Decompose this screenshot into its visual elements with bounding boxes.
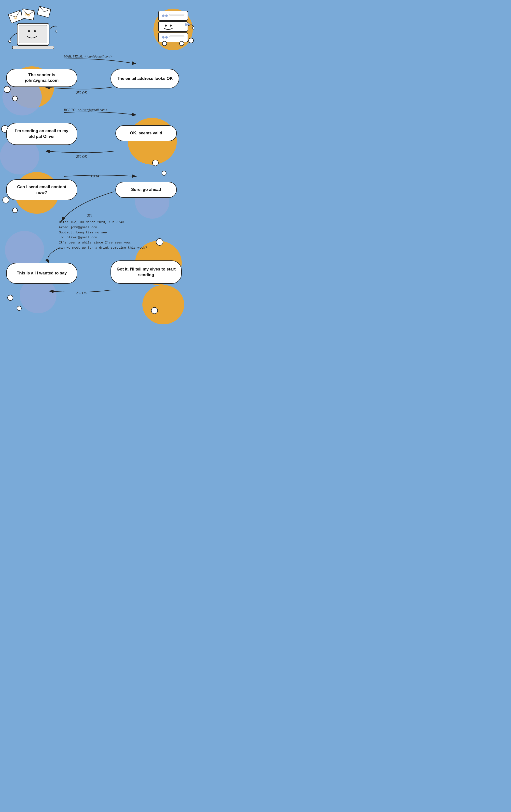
svg-point-27 xyxy=(192,27,194,29)
svg-rect-26 xyxy=(170,36,184,37)
message-box-msg6: Sure, go ahead xyxy=(115,182,177,198)
decorative-circle xyxy=(151,307,158,314)
message-box-msg8: Got it, I'll tell my elves to start send… xyxy=(111,260,182,284)
svg-point-21 xyxy=(185,23,187,26)
arrow-label-al5: DATA xyxy=(91,174,99,178)
decorative-blob xyxy=(143,285,184,324)
svg-rect-10 xyxy=(12,46,54,49)
svg-point-28 xyxy=(162,41,167,46)
svg-point-20 xyxy=(170,25,172,27)
message-box-msg7: This is all I wanted to say xyxy=(6,263,77,284)
svg-point-16 xyxy=(165,14,168,17)
arrow-label-al1: MAIL FROM: <john@gmail.com> xyxy=(64,55,113,58)
email-line: Subject: Long time no see xyxy=(59,230,147,235)
server-character xyxy=(152,6,194,53)
decorative-circle xyxy=(12,96,18,101)
arrow-label-al6: 354 xyxy=(87,214,92,218)
email-block: Date: Tue, 30 March 2023, 19:35:43From: … xyxy=(59,220,147,256)
email-line: . xyxy=(59,251,147,256)
svg-rect-6 xyxy=(19,25,47,43)
arrow-label-al7: 250 OK xyxy=(76,291,87,295)
svg-rect-9 xyxy=(19,44,47,45)
message-box-msg1: The sender is john@gmail.com xyxy=(6,69,77,87)
message-box-msg5: Can I send email content now? xyxy=(6,179,77,200)
svg-point-11 xyxy=(56,30,57,33)
email-line: From: john@gmail.com xyxy=(59,225,147,230)
svg-point-8 xyxy=(34,30,36,32)
svg-point-12 xyxy=(8,40,11,42)
decorative-blob xyxy=(128,118,177,165)
email-line: To: oliver@gmail.com xyxy=(59,235,147,240)
page: @ ⚙@ xyxy=(0,0,204,324)
message-box-msg4: OK, seems valid xyxy=(115,125,177,141)
decorative-circle xyxy=(152,160,159,166)
svg-rect-17 xyxy=(170,14,184,16)
decorative-circle xyxy=(161,171,167,176)
svg-point-29 xyxy=(180,41,184,46)
email-line: Date: Tue, 30 March 2023, 19:35:43 xyxy=(59,220,147,225)
decorative-circle xyxy=(156,238,163,246)
decorative-circle xyxy=(4,86,10,93)
characters-area: @ ⚙@ xyxy=(0,2,204,57)
message-box-msg2: The email address looks OK xyxy=(111,69,179,88)
laptop-character: @ ⚙@ xyxy=(7,6,57,53)
svg-point-19 xyxy=(165,25,167,27)
arrow-label-al2: 250 OK xyxy=(76,91,87,95)
decorative-circle xyxy=(17,306,22,311)
svg-point-25 xyxy=(165,36,168,38)
arrow-label-al4: 250 OK xyxy=(76,155,87,159)
decorative-circle xyxy=(12,208,18,213)
decorative-circle xyxy=(2,197,9,203)
svg-point-30 xyxy=(188,38,193,43)
email-line: can we meet up for a drink sometime this… xyxy=(59,245,147,251)
email-line: It's been a while since I've seen you. xyxy=(59,240,147,245)
svg-point-24 xyxy=(162,36,164,38)
decorative-circle xyxy=(7,295,13,301)
svg-rect-18 xyxy=(158,22,188,31)
svg-point-15 xyxy=(162,14,164,17)
message-box-msg3: I'm sending an email to my old pal Olive… xyxy=(6,123,77,145)
svg-point-7 xyxy=(28,30,30,32)
arrow-label-al3: RCP TO: <oliver@gmail.com> xyxy=(64,108,108,112)
